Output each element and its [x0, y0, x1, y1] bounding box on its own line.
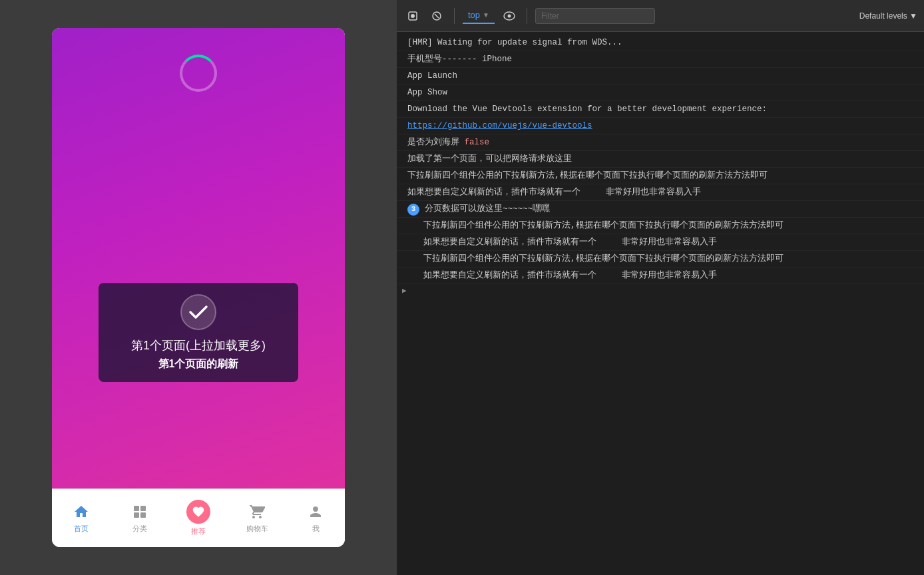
- context-dropdown[interactable]: top ▼: [463, 7, 495, 24]
- console-output[interactable]: [HMR] Waiting for update signal from WDS…: [397, 32, 924, 575]
- log-text: 如果想要自定义刷新的话，插件市场就有一个 非常好用也非常容易入手: [423, 236, 924, 249]
- tab-me[interactable]: 我: [286, 502, 345, 534]
- log-text: 下拉刷新四个组件公用的下拉刷新方法,根据在哪个页面下拉执行哪个页面的刷新方法方法…: [423, 219, 924, 232]
- svg-point-10: [507, 14, 511, 17]
- log-text: 手机型号------- iPhone: [407, 53, 924, 66]
- svg-rect-1: [134, 506, 139, 511]
- svg-point-6: [411, 14, 415, 18]
- toolbar-divider-1: [454, 8, 455, 24]
- checkmark-icon: [180, 293, 217, 331]
- log-line: Download the Vue Devtools extension for …: [397, 101, 924, 118]
- svg-rect-3: [134, 512, 139, 518]
- tab-me-label: 我: [312, 524, 320, 534]
- log-line-badge: 3 分页数据可以放这里~~~~~~嘿嘿: [397, 201, 924, 218]
- toolbar-divider-2: [527, 8, 527, 24]
- phone-screen: 第1个页面(上拉加载更多) 第1个页面的刷新: [52, 28, 345, 488]
- log-line-indented: 如果想要自定义刷新的话，插件市场就有一个 非常好用也非常容易入手: [397, 268, 924, 284]
- levels-label: Default levels ▼: [859, 11, 917, 21]
- svg-rect-4: [140, 512, 146, 518]
- context-label: top: [468, 10, 480, 20]
- log-line: App Show: [397, 85, 924, 101]
- log-line: 是否为刘海屏 false: [397, 134, 924, 151]
- tab-cart[interactable]: 购物车: [228, 502, 286, 534]
- log-text: 是否为刘海屏 false: [407, 136, 924, 149]
- tab-recommend-label: 推荐: [191, 526, 206, 536]
- log-line: 如果想要自定义刷新的话，插件市场就有一个 非常好用也非常容易入手: [397, 184, 924, 201]
- page-content-overlay: 第1个页面(上拉加载更多) 第1个页面的刷新: [99, 283, 298, 382]
- log-text: 如果想要自定义刷新的话，插件市场就有一个 非常好用也非常容易入手: [423, 269, 924, 282]
- context-dropdown-arrow: ▼: [483, 11, 489, 19]
- log-line: https://github.com/vuejs/vue-devtools: [397, 118, 924, 134]
- phone-frame: 第1个页面(上拉加载更多) 第1个页面的刷新 首页: [52, 28, 345, 547]
- svg-rect-2: [140, 506, 146, 511]
- log-line: 下拉刷新四个组件公用的下拉刷新方法,根据在哪个页面下拉执行哪个页面的刷新方法方法…: [397, 168, 924, 184]
- cart-icon: [248, 502, 266, 521]
- tab-cart-label: 购物车: [246, 524, 268, 534]
- log-line-indented: 如果想要自定义刷新的话，插件市场就有一个 非常好用也非常容易入手: [397, 234, 924, 251]
- page-label-1: 第1个页面(上拉加载更多): [131, 337, 266, 353]
- log-link[interactable]: https://github.com/vuejs/vue-devtools: [407, 119, 924, 132]
- log-text: 下拉刷新四个组件公用的下拉刷新方法,根据在哪个页面下拉执行哪个页面的刷新方法方法…: [423, 252, 924, 266]
- left-panel: 第1个页面(上拉加载更多) 第1个页面的刷新 首页: [0, 0, 397, 575]
- home-icon: [72, 502, 91, 521]
- tab-home[interactable]: 首页: [52, 502, 111, 534]
- eye-button[interactable]: [500, 7, 519, 25]
- log-line: 加载了第一个页面，可以把网络请求放这里: [397, 151, 924, 168]
- keyword-false: false: [465, 138, 490, 147]
- log-text: Download the Vue Devtools extension for …: [407, 102, 924, 116]
- levels-dropdown[interactable]: Default levels ▼: [859, 11, 917, 21]
- tab-category[interactable]: 分类: [111, 502, 169, 534]
- log-line: 手机型号------- iPhone: [397, 51, 924, 68]
- expand-arrow-icon[interactable]: ▶: [402, 286, 407, 297]
- tab-bar: 首页 分类 推荐: [52, 488, 345, 547]
- log-text: 下拉刷新四个组件公用的下拉刷新方法,根据在哪个页面下拉执行哪个页面的刷新方法方法…: [407, 169, 924, 182]
- log-text: 如果想要自定义刷新的话，插件市场就有一个 非常好用也非常容易入手: [407, 186, 924, 199]
- svg-point-0: [181, 295, 216, 329]
- log-line: [HMR] Waiting for update signal from WDS…: [397, 35, 924, 51]
- log-badge: 3: [407, 204, 419, 216]
- log-text: 分页数据可以放这里~~~~~~嘿嘿: [425, 202, 924, 216]
- clear-button[interactable]: [427, 7, 446, 25]
- page-label-2: 第1个页面的刷新: [158, 357, 239, 371]
- loading-spinner: [180, 55, 217, 92]
- log-text: App Launch: [407, 69, 924, 83]
- log-text: App Show: [407, 86, 924, 99]
- filter-input[interactable]: [535, 8, 655, 24]
- me-icon: [306, 502, 325, 521]
- tab-recommend[interactable]: 推荐: [169, 500, 228, 536]
- log-line-indented: 下拉刷新四个组件公用的下拉刷新方法,根据在哪个页面下拉执行哪个页面的刷新方法方法…: [397, 251, 924, 268]
- devtools-toolbar: top ▼ Default levels ▼: [397, 0, 924, 32]
- log-line: App Launch: [397, 68, 924, 85]
- tab-category-label: 分类: [132, 524, 147, 534]
- right-panel: top ▼ Default levels ▼ [HMR] Waiting for…: [397, 0, 924, 575]
- recommend-icon: [186, 500, 210, 524]
- tab-home-label: 首页: [74, 524, 89, 534]
- svg-line-8: [435, 14, 439, 18]
- expand-line[interactable]: ▶: [397, 284, 924, 299]
- play-pause-button[interactable]: [403, 7, 422, 25]
- log-text: 加载了第一个页面，可以把网络请求放这里: [407, 152, 924, 166]
- log-line-indented: 下拉刷新四个组件公用的下拉刷新方法,根据在哪个页面下拉执行哪个页面的刷新方法方法…: [397, 218, 924, 234]
- category-icon: [130, 502, 149, 521]
- log-text: [HMR] Waiting for update signal from WDS…: [407, 36, 924, 49]
